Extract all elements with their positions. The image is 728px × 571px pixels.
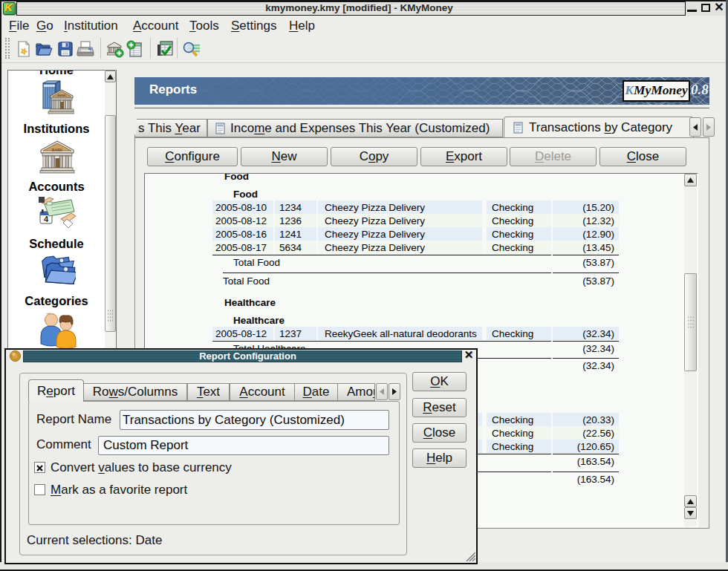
- svg-text:BANK: BANK: [57, 94, 66, 97]
- svg-text:BANK: BANK: [52, 148, 63, 152]
- svg-text:4: 4: [44, 215, 49, 223]
